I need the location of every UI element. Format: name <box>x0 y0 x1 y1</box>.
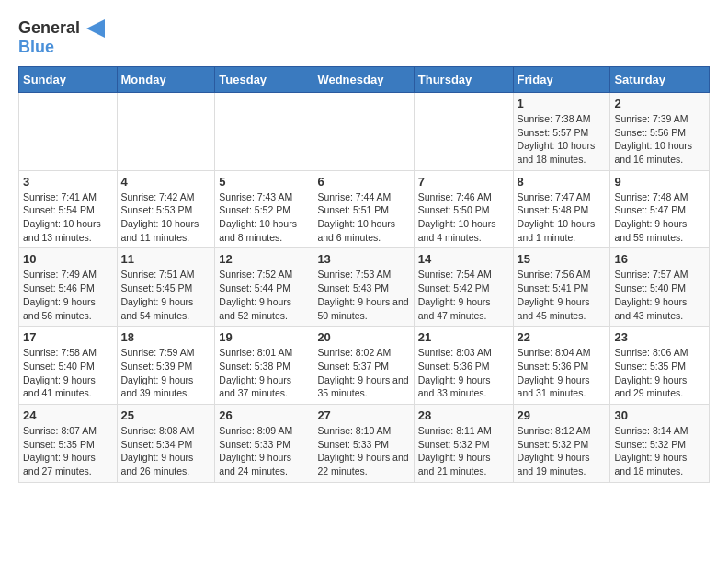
day-info: Sunrise: 8:07 AMSunset: 5:35 PMDaylight:… <box>23 424 113 478</box>
day-number: 10 <box>23 252 113 266</box>
calendar-cell: 28Sunrise: 8:11 AMSunset: 5:32 PMDayligh… <box>414 404 513 482</box>
day-number: 4 <box>121 175 211 189</box>
calendar-week-3: 10Sunrise: 7:49 AMSunset: 5:46 PMDayligh… <box>19 248 710 327</box>
calendar-cell: 27Sunrise: 8:10 AMSunset: 5:33 PMDayligh… <box>313 404 414 482</box>
day-info: Sunrise: 8:03 AMSunset: 5:36 PMDaylight:… <box>418 346 509 400</box>
day-info: Sunrise: 8:01 AMSunset: 5:38 PMDaylight:… <box>219 346 309 400</box>
day-number: 25 <box>121 408 211 422</box>
day-info: Sunrise: 7:54 AMSunset: 5:42 PMDaylight:… <box>418 268 509 322</box>
calendar-cell: 8Sunrise: 7:47 AMSunset: 5:48 PMDaylight… <box>513 170 610 248</box>
calendar-cell <box>19 92 118 170</box>
day-number: 18 <box>121 330 211 344</box>
day-info: Sunrise: 7:53 AMSunset: 5:43 PMDaylight:… <box>317 268 409 322</box>
calendar-cell: 15Sunrise: 7:56 AMSunset: 5:41 PMDayligh… <box>513 248 610 327</box>
day-number: 19 <box>219 330 309 344</box>
day-info: Sunrise: 7:57 AMSunset: 5:40 PMDaylight:… <box>614 268 705 322</box>
svg-marker-0 <box>86 19 105 38</box>
weekday-header-row: SundayMondayTuesdayWednesdayThursdayFrid… <box>19 66 710 92</box>
calendar-cell: 5Sunrise: 7:43 AMSunset: 5:52 PMDaylight… <box>215 170 313 248</box>
day-number: 23 <box>614 330 705 344</box>
calendar-cell: 19Sunrise: 8:01 AMSunset: 5:38 PMDayligh… <box>215 327 313 405</box>
day-number: 13 <box>317 252 409 266</box>
calendar-cell: 7Sunrise: 7:46 AMSunset: 5:50 PMDaylight… <box>414 170 513 248</box>
calendar-cell: 21Sunrise: 8:03 AMSunset: 5:36 PMDayligh… <box>414 327 513 405</box>
day-number: 22 <box>518 330 607 344</box>
calendar-week-1: 1Sunrise: 7:38 AMSunset: 5:57 PMDaylight… <box>19 92 710 170</box>
day-info: Sunrise: 8:14 AMSunset: 5:32 PMDaylight:… <box>614 424 705 478</box>
day-number: 30 <box>614 408 705 422</box>
day-info: Sunrise: 7:46 AMSunset: 5:50 PMDaylight:… <box>418 190 509 245</box>
day-info: Sunrise: 7:38 AMSunset: 5:57 PMDaylight:… <box>518 112 607 167</box>
calendar-cell: 6Sunrise: 7:44 AMSunset: 5:51 PMDaylight… <box>313 170 414 248</box>
day-info: Sunrise: 7:56 AMSunset: 5:41 PMDaylight:… <box>518 268 607 322</box>
weekday-header-friday: Friday <box>513 66 610 92</box>
day-number: 6 <box>317 175 409 189</box>
day-number: 1 <box>518 97 607 110</box>
day-info: Sunrise: 7:59 AMSunset: 5:39 PMDaylight:… <box>121 346 211 400</box>
day-number: 29 <box>518 408 607 422</box>
day-number: 14 <box>418 252 509 266</box>
day-info: Sunrise: 8:04 AMSunset: 5:36 PMDaylight:… <box>518 346 607 400</box>
day-number: 26 <box>219 408 309 422</box>
day-info: Sunrise: 7:58 AMSunset: 5:40 PMDaylight:… <box>23 346 113 400</box>
calendar-cell: 29Sunrise: 8:12 AMSunset: 5:32 PMDayligh… <box>513 404 610 482</box>
day-info: Sunrise: 7:41 AMSunset: 5:54 PMDaylight:… <box>23 190 113 245</box>
day-info: Sunrise: 8:08 AMSunset: 5:34 PMDaylight:… <box>121 424 211 478</box>
day-info: Sunrise: 7:43 AMSunset: 5:52 PMDaylight:… <box>219 190 309 245</box>
day-info: Sunrise: 7:49 AMSunset: 5:46 PMDaylight:… <box>23 268 113 322</box>
day-number: 12 <box>219 252 309 266</box>
calendar-cell <box>117 92 215 170</box>
day-number: 3 <box>23 175 113 189</box>
weekday-header-wednesday: Wednesday <box>313 66 414 92</box>
calendar-cell: 24Sunrise: 8:07 AMSunset: 5:35 PMDayligh… <box>19 404 118 482</box>
day-number: 9 <box>614 175 705 189</box>
calendar-week-4: 17Sunrise: 7:58 AMSunset: 5:40 PMDayligh… <box>19 327 710 405</box>
day-number: 17 <box>23 330 113 344</box>
calendar-week-5: 24Sunrise: 8:07 AMSunset: 5:35 PMDayligh… <box>19 404 710 482</box>
day-info: Sunrise: 7:47 AMSunset: 5:48 PMDaylight:… <box>518 190 607 245</box>
day-info: Sunrise: 8:10 AMSunset: 5:33 PMDaylight:… <box>317 424 409 478</box>
calendar-cell: 2Sunrise: 7:39 AMSunset: 5:56 PMDaylight… <box>610 92 710 170</box>
calendar-cell: 12Sunrise: 7:52 AMSunset: 5:44 PMDayligh… <box>215 248 313 327</box>
day-info: Sunrise: 7:44 AMSunset: 5:51 PMDaylight:… <box>317 190 409 245</box>
day-info: Sunrise: 8:12 AMSunset: 5:32 PMDaylight:… <box>518 424 607 478</box>
day-number: 2 <box>614 97 705 110</box>
weekday-header-saturday: Saturday <box>610 66 710 92</box>
logo-text: General Blue <box>18 18 105 57</box>
calendar-cell: 25Sunrise: 8:08 AMSunset: 5:34 PMDayligh… <box>117 404 215 482</box>
calendar-cell: 9Sunrise: 7:48 AMSunset: 5:47 PMDaylight… <box>610 170 710 248</box>
calendar-cell: 22Sunrise: 8:04 AMSunset: 5:36 PMDayligh… <box>513 327 610 405</box>
calendar-cell: 4Sunrise: 7:42 AMSunset: 5:53 PMDaylight… <box>117 170 215 248</box>
day-number: 5 <box>219 175 309 189</box>
day-info: Sunrise: 7:42 AMSunset: 5:53 PMDaylight:… <box>121 190 211 245</box>
day-info: Sunrise: 8:09 AMSunset: 5:33 PMDaylight:… <box>219 424 309 478</box>
day-number: 24 <box>23 408 113 422</box>
day-number: 11 <box>121 252 211 266</box>
calendar-table: SundayMondayTuesdayWednesdayThursdayFrid… <box>18 66 710 483</box>
weekday-header-tuesday: Tuesday <box>215 66 313 92</box>
day-number: 27 <box>317 408 409 422</box>
calendar-cell: 3Sunrise: 7:41 AMSunset: 5:54 PMDaylight… <box>19 170 118 248</box>
calendar-cell: 14Sunrise: 7:54 AMSunset: 5:42 PMDayligh… <box>414 248 513 327</box>
day-number: 28 <box>418 408 509 422</box>
calendar-header: SundayMondayTuesdayWednesdayThursdayFrid… <box>19 66 710 92</box>
weekday-header-thursday: Thursday <box>414 66 513 92</box>
calendar-cell: 20Sunrise: 8:02 AMSunset: 5:37 PMDayligh… <box>313 327 414 405</box>
calendar-cell <box>313 92 414 170</box>
calendar-cell: 26Sunrise: 8:09 AMSunset: 5:33 PMDayligh… <box>215 404 313 482</box>
day-number: 15 <box>518 252 607 266</box>
calendar-cell: 30Sunrise: 8:14 AMSunset: 5:32 PMDayligh… <box>610 404 710 482</box>
calendar-cell: 17Sunrise: 7:58 AMSunset: 5:40 PMDayligh… <box>19 327 118 405</box>
calendar-week-2: 3Sunrise: 7:41 AMSunset: 5:54 PMDaylight… <box>19 170 710 248</box>
day-info: Sunrise: 7:51 AMSunset: 5:45 PMDaylight:… <box>121 268 211 322</box>
calendar-cell: 11Sunrise: 7:51 AMSunset: 5:45 PMDayligh… <box>117 248 215 327</box>
calendar-cell <box>414 92 513 170</box>
day-number: 20 <box>317 330 409 344</box>
calendar-cell: 16Sunrise: 7:57 AMSunset: 5:40 PMDayligh… <box>610 248 710 327</box>
weekday-header-sunday: Sunday <box>19 66 118 92</box>
calendar-body: 1Sunrise: 7:38 AMSunset: 5:57 PMDaylight… <box>19 92 710 482</box>
page-container: General Blue SundayMondayTuesdayWednesda… <box>0 0 728 492</box>
day-info: Sunrise: 8:06 AMSunset: 5:35 PMDaylight:… <box>614 346 705 400</box>
day-info: Sunrise: 7:48 AMSunset: 5:47 PMDaylight:… <box>614 190 705 245</box>
weekday-header-monday: Monday <box>117 66 215 92</box>
